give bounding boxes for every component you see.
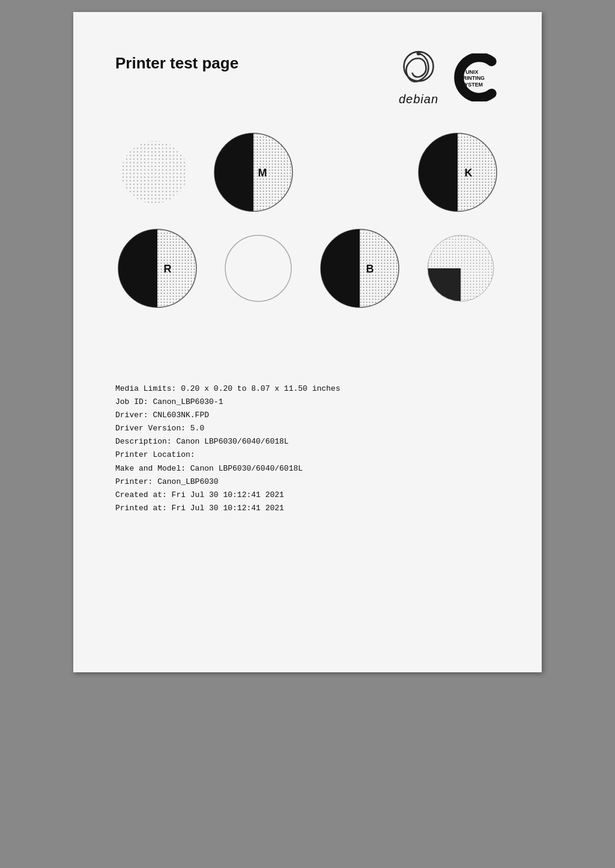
header-section: Printer test page debian UNIX PRINTING [115,48,500,106]
debian-text: debian [399,92,438,106]
debian-logo: debian [398,48,440,106]
info-line: Driver Version: 5.0 [115,422,500,435]
page: Printer test page debian UNIX PRINTING [73,12,542,672]
info-line: Created at: Fri Jul 30 10:12:41 2021 [115,489,500,502]
info-line: Printed at: Fri Jul 30 10:12:41 2021 [115,502,500,515]
circle-quarter [422,229,500,307]
circle-b-icon: B [318,226,402,310]
svg-point-1 [417,51,421,55]
svg-text:B: B [366,263,374,275]
circle-quarter-icon [425,232,497,304]
circle-r-icon: R [115,226,199,310]
debian-swirl-icon [398,48,440,90]
info-line: Make and Model: Canon LBP6030/6040/6018L [115,462,500,475]
circle-m-icon: M [211,130,295,214]
circles-row-2: R B [115,226,500,310]
info-line: Printer Location: [115,448,500,462]
circle-m: M [211,130,295,214]
info-line: Printer: Canon_LBP6030 [115,475,500,489]
info-section: Media Limits: 0.20 x 0.20 to 8.07 x 11.5… [115,382,500,515]
info-line: Media Limits: 0.20 x 0.20 to 8.07 x 11.5… [115,382,500,396]
svg-point-6 [121,141,187,203]
svg-point-17 [225,235,291,301]
circle-k-icon: K [416,130,500,214]
circles-row-1: M K [115,130,500,214]
svg-text:R: R [164,263,172,275]
page-title: Printer test page [115,54,238,73]
svg-text:PRINTING: PRINTING [459,75,485,81]
info-line: Description: Canon LBP6030/6040/6018L [115,435,500,448]
logos: debian UNIX PRINTING SYSTEM [398,48,500,106]
circle-k: K [416,130,500,214]
circle-dots-gray [115,133,193,211]
info-line: Driver: CNL603NK.FPD [115,409,500,422]
circle-empty-light-icon [222,232,294,304]
svg-text:SYSTEM: SYSTEM [461,82,483,88]
dots-pattern-1-icon [118,136,190,208]
circle-empty-light [219,229,297,307]
circle-empty-1 [314,130,398,214]
svg-text:K: K [465,167,473,179]
ups-logo-icon: UNIX PRINTING SYSTEM [452,53,500,101]
circle-r: R [115,226,199,310]
info-line: Job ID: Canon_LBP6030-1 [115,396,500,409]
svg-text:M: M [258,167,267,179]
circle-b: B [318,226,402,310]
svg-text:UNIX: UNIX [465,68,478,74]
